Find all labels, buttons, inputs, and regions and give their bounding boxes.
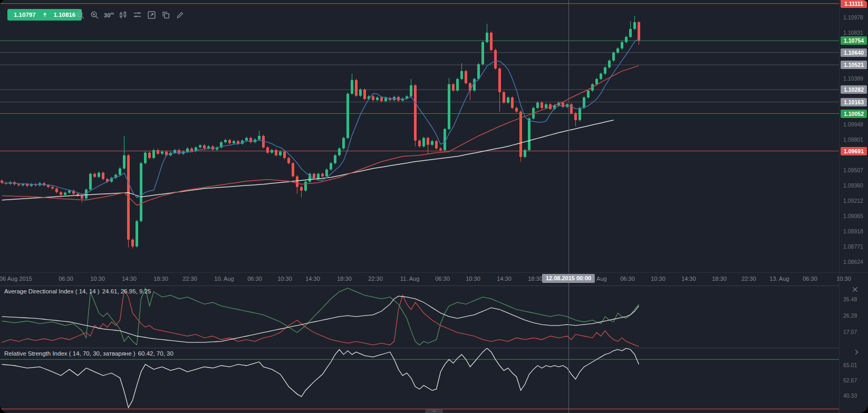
time-tick-label: 06 Aug 2015	[0, 276, 32, 282]
time-tick-label: 18:30	[337, 276, 352, 282]
price-level-badge: 1.10052	[841, 110, 867, 118]
chart-toolbar: 30m	[75, 9, 185, 20]
time-tick-label: 10:30	[651, 276, 666, 282]
time-tick-label: 14:30	[681, 276, 696, 282]
adx-title-label: Average Directional Index ( 14, 14 )	[4, 288, 100, 294]
price-tick-label: 1.09360	[843, 182, 863, 189]
price-tick-label: 1.09948	[843, 121, 863, 128]
price-tick-label: 1.09507	[843, 166, 863, 174]
crosshair-line	[568, 0, 569, 413]
rsi-tick-label: 52.67	[843, 377, 857, 384]
zoom-out-icon	[76, 11, 85, 19]
price-tick-label: 1.09212	[843, 197, 863, 204]
time-tick-label: 06:30	[435, 276, 450, 282]
rsi-title-label: Relative Strength Index ( 14, 70, 30, за…	[4, 350, 136, 357]
time-tick-label: 11. Aug	[400, 276, 420, 282]
adx-tick-label: 17.07	[843, 328, 857, 336]
rsi-values: 60.42, 70, 30	[138, 350, 173, 357]
price-tick-label: 1.09065	[843, 212, 863, 220]
quote-pill[interactable]: 1.10797 1.10816	[7, 9, 82, 21]
price-level-badge: 1.10521	[841, 61, 867, 69]
candlestick-chart[interactable]	[0, 0, 839, 272]
time-tick-label: 18:30	[153, 276, 168, 282]
price-level-badge: 1.10282	[841, 85, 867, 94]
time-tick-label: 22:30	[741, 276, 756, 282]
ask-price: 1.10816	[54, 12, 76, 18]
time-tick-label: 10:30	[466, 276, 480, 282]
trading-chart-window: 1.10797 1.10816 30m 06 Aug 201506:3010:3…	[0, 0, 868, 413]
price-level-badge: 1.10163	[841, 98, 867, 106]
timeframe-30m-icon: 30m	[104, 11, 114, 18]
time-tick-label: 10:30	[90, 276, 105, 282]
rsi-panel: Relative Strength Index ( 14, 70, 30, за…	[0, 348, 839, 413]
adx-chart[interactable]	[0, 286, 839, 348]
time-tick-label: 14:30	[122, 276, 137, 282]
duplicate-icon	[161, 11, 170, 19]
chart-type-candles-icon	[119, 11, 128, 19]
zoom-in-icon	[90, 11, 99, 19]
price-level-badge: 1.10640	[841, 48, 867, 57]
time-tick-label: 06:30	[620, 276, 635, 282]
time-tick-label: 14:30	[305, 276, 320, 282]
adx-tick-label: 35.48	[843, 296, 857, 303]
time-tick-label: 10. Aug	[214, 276, 234, 282]
price-level-badge: 1.11111	[841, 0, 867, 8]
ma-slow-line	[2, 66, 639, 205]
indicator-settings-button[interactable]	[132, 10, 142, 20]
panel-resize-handle[interactable]	[425, 409, 443, 413]
time-tick-label: 06:30	[247, 276, 262, 282]
timeframe-30m-button[interactable]: 30m	[104, 10, 114, 20]
+di-line	[2, 288, 639, 345]
chart-type-candles-button[interactable]	[118, 10, 128, 20]
duplicate-button[interactable]	[161, 10, 171, 20]
adx-close-icon[interactable]	[852, 287, 858, 292]
draw-icon	[176, 11, 185, 19]
price-tick-label: 1.08624	[843, 258, 863, 266]
rsi-collapse-chevron-icon[interactable]	[854, 349, 859, 355]
adx-tick-label: 26.28	[843, 312, 857, 319]
price-tick-label: 1.09801	[843, 136, 863, 143]
price-level-badge: 1.09691	[841, 147, 867, 155]
adx-values: 24.61, 26.95, 9.25	[102, 288, 151, 294]
-di-line	[2, 290, 639, 346]
fullscreen-button[interactable]	[147, 10, 157, 20]
price-level-badge: 1.10754	[841, 36, 867, 45]
indicator-settings-icon	[133, 11, 142, 19]
price-tick-label: 1.10978	[843, 14, 863, 21]
rsi-tick-label: 65.01	[843, 361, 857, 369]
price-tick-label: 1.08771	[843, 243, 863, 250]
time-tick-label: 06:30	[59, 276, 73, 282]
rsi-chart[interactable]	[0, 348, 839, 413]
time-tick-label: 22:30	[368, 276, 383, 282]
bid-price: 1.10797	[14, 12, 36, 18]
rsi-title: Relative Strength Index ( 14, 70, 30, за…	[4, 350, 173, 357]
ma-fast-line	[2, 39, 639, 198]
time-tick-label: 06:30	[803, 276, 817, 282]
time-tick-label: 22:30	[182, 276, 197, 282]
rsi-tick-label: 40.33	[843, 392, 857, 399]
price-tick-label: 1.10389	[843, 75, 863, 82]
time-tick-label: 18:30	[712, 276, 727, 282]
time-axis[interactable]: 06 Aug 201506:3010:3014:3018:3022:3010. …	[0, 272, 868, 286]
up-arrow-icon	[42, 12, 48, 18]
zoom-out-button[interactable]	[75, 10, 85, 20]
fullscreen-icon	[147, 11, 156, 19]
price-tick-label: 1.08918	[843, 228, 863, 235]
adx-panel: Average Directional Index ( 14, 14 )24.6…	[0, 286, 839, 348]
rsi-line	[2, 348, 639, 408]
price-tick-label: 1.10831	[843, 29, 863, 36]
time-tick-label: 14:30	[497, 276, 512, 282]
crosshair-date-badge: 12.08.2015 00:00	[542, 274, 595, 283]
time-tick-label: 10:30	[277, 276, 292, 282]
draw-button[interactable]	[175, 10, 185, 20]
time-tick-label: 18:30	[528, 276, 543, 282]
time-tick-label: 13. Aug	[769, 276, 789, 282]
zoom-in-button[interactable]	[90, 10, 100, 20]
adx-title: Average Directional Index ( 14, 14 )24.6…	[4, 288, 151, 294]
